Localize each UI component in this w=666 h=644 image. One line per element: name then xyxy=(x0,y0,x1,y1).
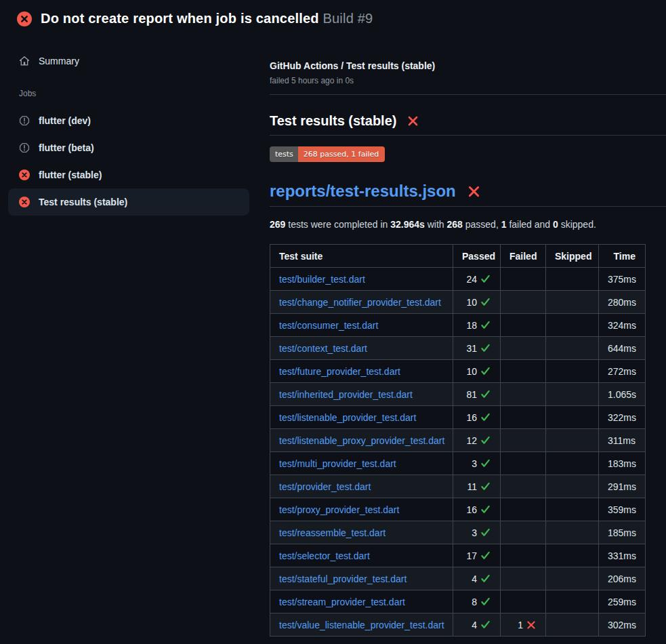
time-cell: 1.065s xyxy=(599,383,646,406)
suite-cell: test/proxy_provider_test.dart xyxy=(270,498,453,521)
sidebar-item-test-results-stable[interactable]: Test results (stable) xyxy=(8,188,249,216)
time-cell: 302ms xyxy=(599,613,646,637)
failed-status-icon xyxy=(17,12,32,26)
table-row: test/stateful_provider_test.dart4206ms xyxy=(270,567,646,590)
test-suite-link[interactable]: test/listenable_proxy_provider_test.dart xyxy=(279,435,444,446)
passed-cell: 4 xyxy=(453,567,501,590)
skipped-cell xyxy=(546,383,599,406)
test-suite-link[interactable]: test/stream_provider_test.dart xyxy=(279,597,405,607)
home-icon xyxy=(19,56,30,66)
sidebar-item-flutter-beta[interactable]: flutter (beta) xyxy=(8,134,249,161)
passed-cell: 16 xyxy=(453,406,501,429)
failed-cell xyxy=(501,314,546,337)
time-cell: 183ms xyxy=(599,452,646,475)
test-suite-link[interactable]: test/value_listenable_provider_test.dart xyxy=(279,620,444,630)
table-row: test/listenable_provider_test.dart16322m… xyxy=(270,406,646,429)
jobs-section-label: Jobs xyxy=(19,89,249,98)
suite-cell: test/inherited_provider_test.dart xyxy=(270,383,453,406)
suite-cell: test/multi_provider_test.dart xyxy=(270,452,453,475)
report-title-row: reports/test-results.json xyxy=(270,182,666,207)
passed-cell: 31 xyxy=(453,337,501,360)
table-row: test/builder_test.dart24375ms xyxy=(270,268,646,291)
passed-cell: 3 xyxy=(453,521,501,544)
skipped-cell xyxy=(546,475,599,498)
test-suite-link[interactable]: test/future_provider_test.dart xyxy=(279,366,400,377)
test-suite-link[interactable]: test/inherited_provider_test.dart xyxy=(279,389,413,400)
tests-badge: tests 268 passed, 1 failed xyxy=(270,146,385,162)
time-cell: 359ms xyxy=(599,498,646,521)
passed-cell: 10 xyxy=(453,360,501,383)
failed-cell xyxy=(501,475,546,498)
page-header: Do not create report when job is cancell… xyxy=(0,0,666,36)
passed-cell: 11 xyxy=(453,475,501,498)
passed-cell: 3 xyxy=(453,452,501,475)
test-suite-link[interactable]: test/listenable_provider_test.dart xyxy=(279,412,416,423)
test-suite-link[interactable]: test/selector_test.dart xyxy=(279,550,370,561)
suite-cell: test/future_provider_test.dart xyxy=(270,360,453,383)
skipped-cell xyxy=(546,337,599,360)
time-cell: 311ms xyxy=(599,429,646,452)
failed-cell xyxy=(501,337,546,360)
suite-cell: test/value_listenable_provider_test.dart xyxy=(270,613,453,637)
sidebar-summary-label: Summary xyxy=(39,56,79,66)
time-cell: 375ms xyxy=(599,268,646,291)
sidebar: Summary Jobs flutter (dev)flutter (beta)… xyxy=(0,36,257,216)
time-cell: 280ms xyxy=(599,291,646,314)
check-title: Test results (stable) xyxy=(270,113,396,129)
suite-cell: test/listenable_proxy_provider_test.dart xyxy=(270,429,453,452)
test-suite-link[interactable]: test/reassemble_test.dart xyxy=(279,527,386,538)
skipped-cell xyxy=(546,613,599,637)
suite-cell: test/context_test.dart xyxy=(270,337,453,360)
test-suite-link[interactable]: test/context_test.dart xyxy=(279,343,367,354)
skipped-cell xyxy=(546,268,599,291)
test-suite-link[interactable]: test/multi_provider_test.dart xyxy=(279,458,396,469)
table-row: test/change_notifier_provider_test.dart1… xyxy=(270,291,646,314)
test-suite-link[interactable]: test/consumer_test.dart xyxy=(279,320,378,331)
failed-cell xyxy=(501,521,546,544)
failed-cell xyxy=(501,590,546,613)
time-cell: 644ms xyxy=(599,337,646,360)
sidebar-item-flutter-dev[interactable]: flutter (dev) xyxy=(8,107,249,134)
table-row: test/listenable_proxy_provider_test.dart… xyxy=(270,429,646,452)
test-suite-link[interactable]: test/proxy_provider_test.dart xyxy=(279,504,399,515)
time-cell: 322ms xyxy=(599,406,646,429)
badge-value: 268 passed, 1 failed xyxy=(298,146,385,162)
skipped-cell xyxy=(546,567,599,590)
test-suite-link[interactable]: test/stateful_provider_test.dart xyxy=(279,573,407,584)
test-suite-link[interactable]: test/change_notifier_provider_test.dart xyxy=(279,297,441,308)
time-cell: 291ms xyxy=(599,475,646,498)
jobs-list: flutter (dev)flutter (beta)flutter (stab… xyxy=(8,107,249,216)
column-header-skipped: Skipped xyxy=(546,245,599,268)
report-file-link[interactable]: reports/test-results.json xyxy=(270,182,456,201)
passed-cell: 8 xyxy=(453,590,501,613)
suite-cell: test/stateful_provider_test.dart xyxy=(270,567,453,590)
run-status-line: failed 5 hours ago in 0s xyxy=(270,76,666,85)
passed-cell: 18 xyxy=(453,314,501,337)
failed-x-icon xyxy=(404,115,419,127)
table-row: test/future_provider_test.dart10272ms xyxy=(270,360,646,383)
page-title: Do not create report when job is cancell… xyxy=(41,11,373,26)
sidebar-item-flutter-stable[interactable]: flutter (stable) xyxy=(8,161,249,188)
passed-cell: 16 xyxy=(453,498,501,521)
suite-cell: test/reassemble_test.dart xyxy=(270,521,453,544)
time-cell: 324ms xyxy=(599,314,646,337)
test-suite-link[interactable]: test/builder_test.dart xyxy=(279,274,365,285)
test-suite-link[interactable]: test/provider_test.dart xyxy=(279,481,371,492)
failed-x-icon xyxy=(464,185,480,198)
skipped-cell xyxy=(546,590,599,613)
summary-line: 269 tests were completed in 32.964s with… xyxy=(270,219,666,230)
failed-cell xyxy=(501,452,546,475)
sidebar-item-label: flutter (beta) xyxy=(39,142,94,153)
build-number: Build #9 xyxy=(322,11,373,26)
failed-cell xyxy=(501,383,546,406)
skipped-cell xyxy=(546,360,599,383)
sidebar-item-summary[interactable]: Summary xyxy=(8,47,249,75)
table-row: test/stream_provider_test.dart8259ms xyxy=(270,590,646,613)
failed-cell xyxy=(501,567,546,590)
passed-cell: 17 xyxy=(453,544,501,567)
table-row: test/value_listenable_provider_test.dart… xyxy=(270,613,646,637)
suite-cell: test/builder_test.dart xyxy=(270,268,453,291)
column-header-failed: Failed xyxy=(501,245,546,268)
table-row: test/context_test.dart31644ms xyxy=(270,337,646,360)
table-row: test/provider_test.dart11291ms xyxy=(270,475,646,498)
